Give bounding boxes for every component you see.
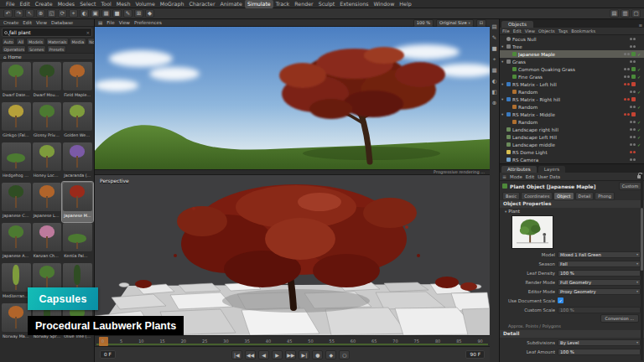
doc-scale-checkbox[interactable]: ✓ xyxy=(558,297,564,303)
visibility-dots[interactable] xyxy=(624,83,630,85)
enable-check-icon[interactable]: ✓ xyxy=(637,67,642,72)
leaf-density-field[interactable]: 100 % xyxy=(558,270,641,277)
visibility-dots[interactable] xyxy=(630,143,636,146)
collapse-arrow-icon[interactable]: ▾ xyxy=(505,209,506,214)
plant-preview-image[interactable] xyxy=(512,215,553,249)
conversion-button[interactable]: Conversion ... xyxy=(600,314,639,323)
snap-icon[interactable]: ◐ xyxy=(492,78,497,85)
attribute-tab[interactable]: Basic xyxy=(502,192,520,200)
material-chip[interactable] xyxy=(631,67,636,71)
current-frame-field[interactable]: 0 F xyxy=(100,350,116,359)
clear-search-icon[interactable]: × xyxy=(86,30,90,35)
visibility-dots[interactable] xyxy=(624,53,630,55)
visibility-dots[interactable] xyxy=(630,106,636,108)
redo-icon[interactable]: ↷ xyxy=(14,9,23,18)
mode-menu[interactable]: Mode xyxy=(510,174,522,179)
prev-key-button[interactable]: ◀◀ xyxy=(245,350,256,359)
objects-menu-item[interactable]: Edit xyxy=(513,28,522,34)
menu-item[interactable]: Render xyxy=(292,0,315,8)
render-view-menu-view[interactable]: View xyxy=(119,20,130,25)
viewport-label[interactable]: Perspective xyxy=(100,178,129,184)
objects-menu-item[interactable]: Objects xyxy=(538,28,555,34)
render-view-menu-file[interactable]: File xyxy=(106,20,114,25)
play-button[interactable]: ▶ xyxy=(272,350,283,359)
layout-3-icon[interactable]: ▢ xyxy=(631,9,641,18)
object-tree-row[interactable]: RS Dome Light ✓ xyxy=(500,148,644,156)
menu-item[interactable]: Select xyxy=(77,0,98,8)
render-view[interactable] xyxy=(95,27,490,169)
asset-section-button[interactable]: Operators xyxy=(2,45,26,53)
enable-check-icon[interactable]: ✓ xyxy=(637,127,642,132)
perspective-viewport[interactable]: Perspective xyxy=(95,175,490,335)
keyframe-button[interactable]: ◆ xyxy=(325,350,336,359)
asset-section-button[interactable]: Presets xyxy=(47,45,66,53)
enable-check-icon[interactable]: ✓ xyxy=(637,135,642,140)
visibility-dots[interactable] xyxy=(624,113,630,116)
pen-icon[interactable]: ✎ xyxy=(492,34,496,41)
cube-icon[interactable]: ■ xyxy=(491,45,496,52)
asset-filter-button[interactable]: Media xyxy=(70,38,86,45)
visibility-dots[interactable] xyxy=(630,151,636,153)
undo-icon[interactable]: ↶ xyxy=(3,9,13,18)
objects-menu-item[interactable]: Tags xyxy=(558,28,568,34)
subdivisions-dropdown[interactable]: By Level▾ xyxy=(558,339,641,346)
tab-attributes[interactable]: Attributes xyxy=(501,166,537,173)
menu-item[interactable]: MoGraph xyxy=(158,0,187,8)
subdivide-icon[interactable]: ⊞ xyxy=(134,9,143,18)
render-view-panel-icon[interactable]: ▤ xyxy=(98,20,102,25)
scale-icon[interactable]: ◱ xyxy=(47,9,56,18)
visibility-dots[interactable] xyxy=(624,68,630,70)
menu-item[interactable]: Animate xyxy=(218,0,245,8)
visibility-dots[interactable] xyxy=(630,136,636,138)
model-dropdown[interactable]: Mixed 1 Fall Green▾ xyxy=(558,251,641,258)
search-text[interactable]: fall plant xyxy=(9,30,84,35)
asset-thumbnail[interactable]: Japanese Angelica Tree (Fall Plant) xyxy=(1,222,32,262)
enable-check-icon[interactable]: ✓ xyxy=(637,52,642,57)
layout-2-icon[interactable]: ▥ xyxy=(621,9,630,18)
menu-item[interactable]: Simulate xyxy=(245,0,273,8)
menu-item[interactable]: Window xyxy=(371,0,397,8)
objects-menu-item[interactable]: File xyxy=(502,28,510,34)
menu-item[interactable]: Edit xyxy=(18,0,33,8)
material-chip[interactable] xyxy=(631,82,636,86)
visibility-dots[interactable] xyxy=(630,121,636,123)
goto-end-button[interactable]: ▶| xyxy=(299,350,309,359)
render-view-icon[interactable]: ▣ xyxy=(91,9,100,18)
object-tree-row[interactable]: ▾ Grass ✓ xyxy=(500,58,644,65)
object-tree-row[interactable]: Landscape right hill ✓ xyxy=(500,126,644,133)
attribute-tab[interactable]: Coordinates xyxy=(521,192,553,200)
menu-item[interactable]: Tool xyxy=(99,0,114,8)
attribute-tab[interactable]: Phong xyxy=(595,192,615,200)
object-tree-row[interactable]: ▾ RS Matrix - Left hill ✓ xyxy=(500,80,644,88)
menu-item[interactable]: File xyxy=(3,0,18,8)
tab-objects[interactable]: Objects xyxy=(501,21,533,28)
end-frame-field[interactable]: 90 F xyxy=(465,350,485,359)
asset-section-button[interactable]: Scenes xyxy=(27,45,45,53)
timeline-ruler[interactable]: 051015202530354045505560657075808590 xyxy=(95,335,490,346)
magnet-icon[interactable]: ◧ xyxy=(491,89,496,96)
next-frame-button[interactable]: ▶▶ xyxy=(285,350,296,359)
object-tree-row[interactable]: Japanese Maple ✓ xyxy=(500,50,644,58)
object-tree-row[interactable]: Landscape middle ✓ xyxy=(500,141,644,148)
object-tree-row[interactable]: Random ✓ xyxy=(500,118,644,126)
object-tree-row[interactable]: ▾ RS Matrix - Middle ✓ xyxy=(500,111,644,118)
enable-check-icon[interactable]: ✓ xyxy=(637,90,642,95)
enable-check-icon[interactable]: ✓ xyxy=(637,142,642,147)
edit-menu[interactable]: Edit xyxy=(526,174,534,179)
move-icon[interactable]: ⊕ xyxy=(36,9,45,18)
cube-primitive-icon[interactable]: ■ xyxy=(112,9,122,18)
zoom-level-field[interactable]: 100 % xyxy=(413,19,434,27)
season-dropdown[interactable]: Fall▾ xyxy=(558,261,641,267)
asset-thumbnail[interactable]: Dwarf Mountain Pine (Fall Plant) xyxy=(32,61,63,101)
record-button[interactable]: ● xyxy=(312,350,323,359)
render-mode-dropdown[interactable]: Full Geometry▾ xyxy=(558,279,641,286)
asset-thumbnail[interactable]: Kentia Palm (Fall Plant) xyxy=(62,222,93,262)
visibility-dots[interactable] xyxy=(624,75,630,78)
coord-system-icon[interactable]: ◐ xyxy=(80,9,89,18)
objects-menu-item[interactable]: Bookmarks xyxy=(571,28,595,34)
move-icon[interactable]: ⊕ xyxy=(492,100,496,106)
zoom-mode-dropdown[interactable]: Original Size ▾ xyxy=(436,19,474,27)
visibility-dots[interactable] xyxy=(630,60,636,63)
object-tree-row[interactable]: ▾ RS Matrix - Right hill ✓ xyxy=(500,96,644,103)
pen-spline-icon[interactable]: ✎ xyxy=(123,9,132,18)
